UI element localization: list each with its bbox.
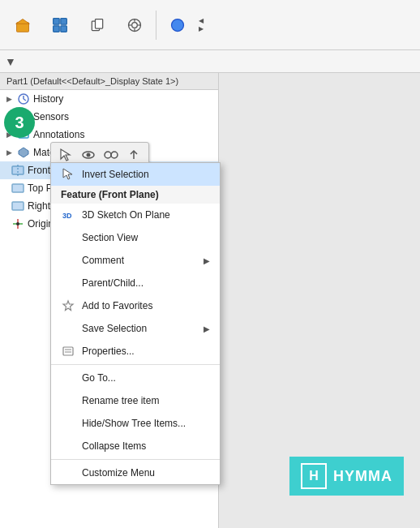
scroll-arrows: ◀ ▶: [199, 18, 204, 32]
star-icon: [61, 298, 75, 313]
ctx-item-comment[interactable]: Comment ▶: [51, 249, 220, 272]
ctx-item-properties[interactable]: Properties...: [51, 340, 220, 363]
save-selection-icon: [61, 321, 75, 336]
ctx-item-3d-sketch[interactable]: 3D 3D Sketch On Plane: [51, 204, 220, 226]
rename-icon: [61, 393, 75, 408]
step-badge: 3: [4, 107, 35, 138]
sketch3d-icon: 3D: [61, 208, 75, 222]
filter-toolbar: ▼: [0, 50, 420, 73]
ctx-label-customize: Customize Menu: [82, 467, 210, 479]
ctx-item-go-to[interactable]: Go To...: [51, 367, 220, 389]
svg-rect-3: [61, 18, 67, 24]
customize-icon: [61, 466, 75, 480]
arrow-up-icon: [126, 148, 141, 162]
svg-rect-4: [54, 25, 60, 32]
ctx-label-rename: Rename tree item: [82, 395, 210, 406]
filter-icon: ▼: [5, 55, 16, 68]
svg-rect-2: [54, 18, 60, 24]
ctx-label-go-to: Go To...: [82, 372, 210, 384]
ctx-item-hide-show[interactable]: Hide/Show Tree Items...: [51, 412, 220, 435]
collapse-icon: [61, 439, 75, 453]
expand-arrow: ▶: [6, 95, 12, 103]
ctx-item-save-selection[interactable]: Save Selection ▶: [51, 317, 220, 340]
ctx-label-parent-child: Parent/Child...: [82, 277, 210, 289]
svg-text:3D: 3D: [62, 212, 72, 220]
ctx-item-invert-selection[interactable]: Invert Selection: [51, 163, 220, 186]
goto-icon: [61, 371, 75, 385]
svg-line-17: [24, 99, 26, 101]
svg-marker-30: [61, 149, 70, 161]
cursor-icon: [58, 148, 73, 162]
ctx-label-save-selection: Save Selection: [82, 323, 197, 334]
svg-rect-26: [12, 202, 24, 210]
submenu-arrow: ▶: [204, 256, 210, 265]
watermark-box: H: [301, 463, 327, 489]
svg-rect-5: [61, 25, 67, 32]
svg-marker-36: [63, 169, 72, 179]
circle-button[interactable]: [160, 7, 195, 43]
ctx-label-3d-sketch: 3D Sketch On Plane: [82, 209, 210, 221]
main-toolbar: ◀ ▶: [0, 0, 420, 50]
svg-point-9: [132, 22, 138, 28]
home-button[interactable]: [5, 7, 41, 43]
ctx-item-collapse[interactable]: Collapse Items: [51, 435, 220, 457]
tree-label-sensors: Sensors: [33, 111, 69, 122]
ctx-label-comment: Comment: [82, 255, 197, 266]
tree-label-annotations: Annotations: [33, 129, 84, 140]
front-plane-icon: [11, 164, 24, 177]
submenu-arrow: ▶: [204, 324, 210, 333]
section-view-icon: [61, 230, 75, 245]
right-plane-icon: [11, 200, 24, 212]
svg-point-32: [87, 153, 91, 157]
svg-marker-22: [19, 148, 28, 157]
ctx-item-add-favorites[interactable]: Add to Favorites: [51, 294, 220, 317]
ctx-item-section-view[interactable]: Section View: [51, 226, 220, 249]
menu-separator-2: [51, 459, 220, 460]
properties-icon: [61, 344, 75, 358]
link-icon: [104, 148, 118, 162]
svg-rect-7: [96, 19, 103, 28]
layout-button[interactable]: [42, 7, 78, 43]
scroll-up-arrow[interactable]: ◀: [199, 18, 204, 24]
svg-rect-39: [63, 347, 73, 355]
ctx-label-collapse: Collapse Items: [82, 440, 210, 452]
expand-arrow: ▶: [6, 148, 12, 157]
watermark: H HYMMA: [289, 457, 404, 496]
ctx-item-customize[interactable]: Customize Menu: [51, 461, 220, 484]
top-plane-icon: [11, 182, 24, 195]
svg-point-33: [105, 152, 111, 158]
svg-point-34: [111, 152, 118, 158]
svg-rect-23: [12, 166, 24, 174]
tree-header: Part1 (Default<<Default>_Display State 1…: [0, 73, 218, 90]
svg-marker-1: [16, 19, 30, 24]
svg-marker-38: [63, 301, 73, 311]
target-button[interactable]: [117, 7, 152, 43]
copy-button[interactable]: [79, 7, 115, 43]
history-icon: [17, 92, 30, 105]
ctx-label-hide-show: Hide/Show Tree Items...: [82, 418, 210, 429]
ctx-label-section-view: Section View: [82, 232, 210, 243]
eye-icon: [81, 148, 96, 162]
watermark-text: HYMMA: [333, 468, 392, 485]
scroll-down-arrow[interactable]: ▶: [199, 26, 204, 32]
comment-icon: [61, 253, 75, 268]
hide-show-icon: [61, 416, 75, 431]
ctx-item-parent-child[interactable]: Parent/Child...: [51, 272, 220, 294]
tree-item-history[interactable]: ▶ History: [0, 90, 218, 108]
svg-point-14: [172, 19, 184, 31]
ctx-label-add-favorites: Add to Favorites: [82, 300, 210, 311]
parent-child-icon: [61, 276, 75, 290]
material-icon: [17, 146, 30, 159]
ctx-item-rename[interactable]: Rename tree item: [51, 389, 220, 412]
menu-separator: [51, 364, 220, 365]
cursor-icon: [61, 167, 75, 182]
origin-icon: [11, 217, 24, 230]
context-menu: Invert Selection Feature (Front Plane) 3…: [50, 162, 221, 485]
svg-point-29: [16, 222, 19, 225]
ctx-label-invert-selection: Invert Selection: [82, 169, 210, 180]
toolbar-separator: [156, 11, 156, 40]
ctx-label-properties: Properties...: [82, 346, 210, 357]
ctx-section-header: Feature (Front Plane): [51, 186, 220, 204]
tree-label-history: History: [33, 93, 63, 105]
svg-rect-25: [12, 184, 24, 192]
